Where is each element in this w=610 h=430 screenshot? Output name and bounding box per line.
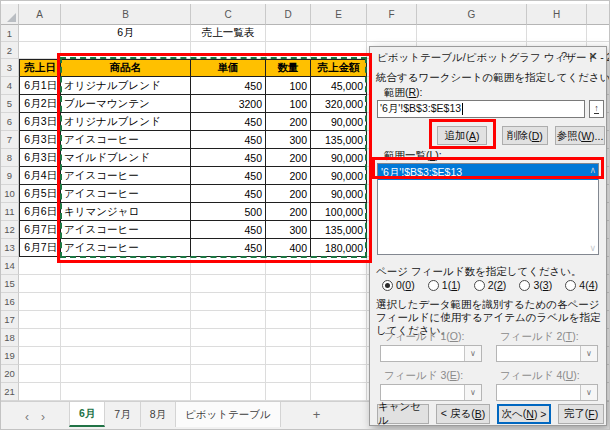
cell-E5[interactable]: 320,000 — [311, 95, 367, 113]
cell-C3[interactable]: 単価 — [191, 59, 266, 77]
column-header-C[interactable]: C — [191, 4, 266, 25]
cell-B1[interactable]: 6月 — [61, 25, 191, 42]
cell-E15[interactable] — [311, 275, 367, 293]
cell-C8[interactable]: 450 — [191, 149, 266, 167]
cell-D14[interactable] — [266, 257, 311, 275]
add-sheet-icon[interactable]: + — [313, 402, 321, 427]
cell-B18[interactable] — [61, 329, 191, 347]
cell-C21[interactable] — [191, 383, 266, 401]
cell-D18[interactable] — [266, 329, 311, 347]
cell-D12[interactable]: 300 — [266, 221, 311, 239]
cell-C1[interactable]: 売上一覧表 — [191, 25, 266, 42]
help-icon[interactable]: ? — [556, 50, 572, 62]
range-input[interactable]: '6月'!$B$3:$E$13 — [377, 100, 585, 118]
cell-C4[interactable]: 450 — [191, 77, 266, 95]
cell-E11[interactable]: 100,000 — [311, 203, 367, 221]
cell-B8[interactable]: マイルドブレンド — [61, 149, 191, 167]
column-header-G[interactable]: G — [417, 4, 527, 25]
row-header-3[interactable]: 3 — [1, 59, 19, 77]
cell-A8[interactable]: 6月3日 — [19, 149, 61, 167]
row-header-2[interactable]: 2 — [1, 42, 19, 59]
field-dropdown-2[interactable]: ∨ — [496, 345, 598, 362]
cell-C11[interactable]: 500 — [191, 203, 266, 221]
cell-B21[interactable] — [61, 383, 191, 401]
row-header-18[interactable]: 18 — [1, 329, 19, 347]
cell-B13[interactable]: アイスコーヒー — [61, 239, 191, 257]
cell-E2[interactable] — [311, 42, 367, 59]
sheet-tab-2[interactable]: 7月 — [105, 402, 140, 427]
cell-A6[interactable]: 6月3日 — [19, 113, 61, 131]
cell-B12[interactable]: アイスコーヒー — [61, 221, 191, 239]
row-header-15[interactable]: 15 — [1, 275, 19, 293]
cell-C19[interactable] — [191, 347, 266, 365]
field-dropdown-4[interactable]: ∨ — [496, 384, 598, 401]
cell-D16[interactable] — [266, 293, 311, 311]
cell-C5[interactable]: 3200 — [191, 95, 266, 113]
cell-A15[interactable] — [19, 275, 61, 293]
cell-E12[interactable]: 135,000 — [311, 221, 367, 239]
cell-E19[interactable] — [311, 347, 367, 365]
column-header-D[interactable]: D — [266, 4, 311, 25]
cell-E18[interactable] — [311, 329, 367, 347]
cell-C15[interactable] — [191, 275, 266, 293]
cell-B11[interactable]: キリマンジャロ — [61, 203, 191, 221]
cell-C17[interactable] — [191, 311, 266, 329]
cell-E14[interactable] — [311, 257, 367, 275]
cell-D10[interactable]: 200 — [266, 185, 311, 203]
cell-F1[interactable] — [367, 25, 417, 42]
cell-B16[interactable] — [61, 293, 191, 311]
cell-A4[interactable]: 6月1日 — [19, 77, 61, 95]
row-header-19[interactable]: 19 — [1, 347, 19, 365]
cell-C6[interactable]: 450 — [191, 113, 266, 131]
cell-A21[interactable] — [19, 383, 61, 401]
cell-E17[interactable] — [311, 311, 367, 329]
cell-B19[interactable] — [61, 347, 191, 365]
cell-D15[interactable] — [266, 275, 311, 293]
column-header-A[interactable]: A — [19, 4, 61, 25]
cell-B10[interactable]: アイスコーヒー — [61, 185, 191, 203]
cell-C2[interactable] — [191, 42, 266, 59]
cell-D11[interactable]: 200 — [266, 203, 311, 221]
cell-X1[interactable] — [587, 25, 610, 42]
cell-B5[interactable]: ブルーマウンテン — [61, 95, 191, 113]
delete-button[interactable]: 削除(D) — [502, 126, 548, 145]
browse-button[interactable]: 参照(W)... — [555, 126, 605, 145]
cell-D4[interactable]: 100 — [266, 77, 311, 95]
cell-C9[interactable]: 450 — [191, 167, 266, 185]
field-dropdown-1[interactable]: ∨ — [380, 345, 482, 362]
cell-B4[interactable]: オリジナルブレンド — [61, 77, 191, 95]
cell-D13[interactable]: 400 — [266, 239, 311, 257]
cell-A17[interactable] — [19, 311, 61, 329]
cell-C20[interactable] — [191, 365, 266, 383]
cell-B15[interactable] — [61, 275, 191, 293]
row-header-11[interactable]: 11 — [1, 203, 19, 221]
cell-C12[interactable]: 450 — [191, 221, 266, 239]
cell-B20[interactable] — [61, 365, 191, 383]
column-header-H[interactable]: H — [527, 4, 587, 25]
cell-A16[interactable] — [19, 293, 61, 311]
cell-C13[interactable]: 450 — [191, 239, 266, 257]
row-header-13[interactable]: 13 — [1, 239, 19, 257]
cell-A5[interactable]: 6月2日 — [19, 95, 61, 113]
cell-D7[interactable]: 300 — [266, 131, 311, 149]
cell-E3[interactable]: 売上金額 — [311, 59, 367, 77]
row-header-7[interactable]: 7 — [1, 131, 19, 149]
cell-G1[interactable] — [417, 25, 527, 42]
cell-B3[interactable]: 商品名 — [61, 59, 191, 77]
close-icon[interactable]: ✕ — [584, 50, 602, 63]
cell-E13[interactable]: 180,000 — [311, 239, 367, 257]
column-header-E[interactable]: E — [311, 4, 367, 25]
collapse-dialog-button[interactable]: ↑ — [589, 100, 604, 118]
scroll-up-icon[interactable]: ∧ — [589, 165, 596, 175]
cell-A1[interactable] — [19, 25, 61, 42]
row-header-16[interactable]: 16 — [1, 293, 19, 311]
cell-A2[interactable] — [19, 42, 61, 59]
cancel-button[interactable]: キャンセル — [377, 404, 429, 424]
cell-C10[interactable]: 450 — [191, 185, 266, 203]
cell-B7[interactable]: アイスコーヒー — [61, 131, 191, 149]
cell-H1[interactable] — [527, 25, 587, 42]
range-list-item[interactable]: '6月'!$B$3:$E$13 — [378, 164, 598, 180]
cell-A7[interactable]: 6月3日 — [19, 131, 61, 149]
row-header-10[interactable]: 10 — [1, 185, 19, 203]
column-header-B[interactable]: B — [61, 4, 191, 25]
